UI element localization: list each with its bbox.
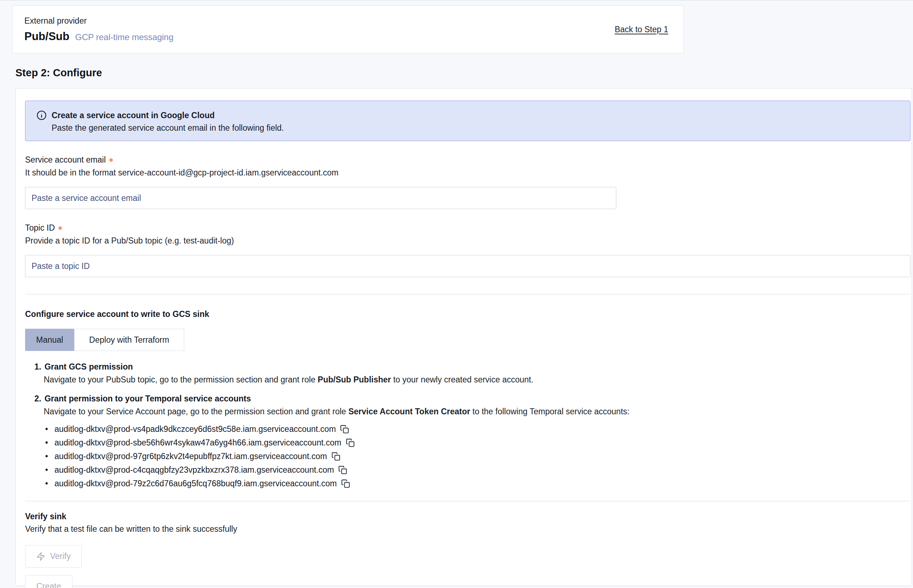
info-icon [36, 110, 47, 121]
configure-tabs: Manual Deploy with Terraform [25, 329, 910, 351]
back-to-step-1-link[interactable]: Back to Step 1 [615, 25, 668, 34]
required-indicator [58, 226, 62, 230]
bullet: • [45, 479, 55, 488]
section-divider [25, 501, 910, 501]
list-item: • auditlog-dktxv@prod-97gr6tp6zkv2t4epub… [45, 449, 910, 463]
info-banner-title: Create a service account in Google Cloud [52, 111, 215, 120]
tab-manual[interactable]: Manual [25, 329, 74, 351]
temporal-service-account-list: • auditlog-dktxv@prod-vs4padk9dkczcey6d6… [45, 422, 910, 490]
step-1-title: 1. Grant GCS permission [34, 362, 910, 372]
info-banner-body: Paste the generated service account emai… [52, 123, 910, 133]
verify-sink-heading: Verify sink [25, 512, 910, 522]
copy-icon[interactable] [338, 465, 347, 475]
list-item: • auditlog-dktxv@prod-vs4padk9dkczcey6d6… [45, 422, 910, 436]
list-item: • auditlog-dktxv@prod-sbe56h6wr4sykaw47a… [45, 436, 910, 449]
required-indicator [109, 158, 113, 162]
provider-subtitle: GCP real-time messaging [75, 32, 173, 42]
info-banner: Create a service account in Google Cloud… [25, 101, 910, 141]
copy-icon[interactable] [332, 452, 340, 461]
zap-icon [36, 552, 45, 561]
step-2-body: Navigate to your Service Account page, g… [44, 407, 910, 417]
page-title: Step 2: Configure [15, 67, 913, 79]
configure-section-heading: Configure service account to write to GC… [25, 309, 910, 319]
provider-eyebrow: External provider [24, 16, 173, 26]
service-account-email-helper: It should be in the format service-accou… [25, 168, 910, 178]
configure-card: Create a service account in Google Cloud… [15, 88, 912, 586]
step-2-title: 2. Grant permission to your Temporal ser… [34, 394, 910, 404]
copy-icon[interactable] [346, 438, 355, 447]
role-name: Service Account Token Creator [348, 407, 470, 416]
bullet: • [45, 465, 55, 475]
step-1-body: Navigate to your PubSub topic, go to the… [44, 375, 910, 384]
section-divider [25, 294, 910, 294]
verify-button[interactable]: Verify [25, 545, 82, 568]
bullet: • [45, 438, 55, 447]
topic-id-helper: Provide a topic ID for a Pub/Sub topic (… [25, 236, 910, 246]
verify-sink-description: Verify that a test file can be written t… [25, 524, 910, 534]
manual-steps: 1. Grant GCS permission Navigate to your… [34, 362, 910, 490]
copy-icon[interactable] [341, 479, 350, 488]
create-button[interactable]: Create [25, 575, 72, 588]
tab-deploy-with-terraform[interactable]: Deploy with Terraform [74, 329, 184, 351]
provider-info: External provider Pub/Sub GCP real-time … [24, 16, 173, 43]
service-account-email: auditlog-dktxv@prod-97gr6tp6zkv2t4epubff… [55, 452, 327, 461]
service-account-email-label: Service account email [25, 155, 910, 165]
bullet: • [45, 424, 55, 434]
topic-id-label: Topic ID [25, 223, 910, 233]
service-account-email: auditlog-dktxv@prod-79z2c6d76au6g5fcq768… [55, 479, 337, 488]
list-item: • auditlog-dktxv@prod-c4cqaqgbfzy23vpzkb… [45, 463, 910, 477]
list-item: • auditlog-dktxv@prod-79z2c6d76au6g5fcq7… [45, 477, 910, 490]
service-account-email: auditlog-dktxv@prod-sbe56h6wr4sykaw47a6y… [55, 438, 342, 447]
role-name: Pub/Sub Publisher [318, 375, 391, 384]
service-account-email-input[interactable] [25, 187, 616, 209]
topic-id-input[interactable] [25, 255, 910, 277]
service-account-email: auditlog-dktxv@prod-c4cqaqgbfzy23vpzkbxz… [55, 465, 334, 475]
provider-card: External provider Pub/Sub GCP real-time … [12, 5, 684, 53]
provider-title: Pub/Sub [24, 30, 70, 43]
bullet: • [45, 452, 55, 461]
copy-icon[interactable] [340, 425, 349, 434]
service-account-email: auditlog-dktxv@prod-vs4padk9dkczcey6d6st… [55, 424, 336, 434]
